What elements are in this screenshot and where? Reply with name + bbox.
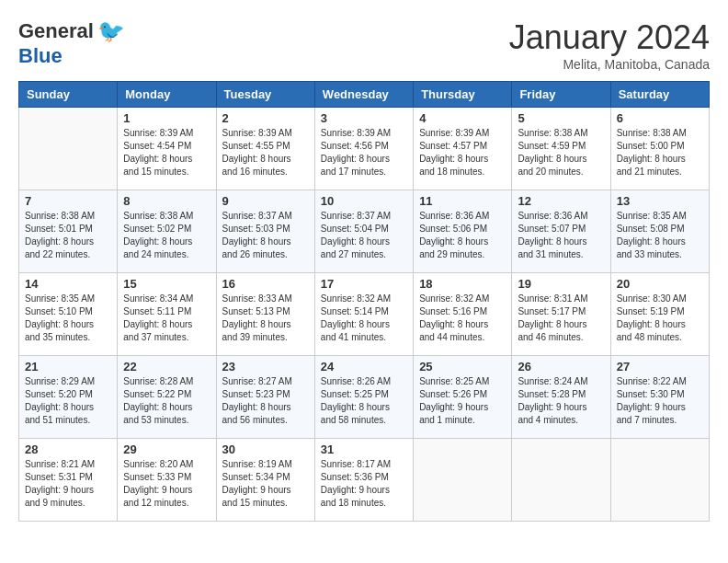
calendar-cell: 23Sunrise: 8:27 AM Sunset: 5:23 PM Dayli… — [216, 356, 314, 439]
month-title: January 2024 — [509, 18, 710, 57]
day-number: 19 — [518, 277, 604, 291]
day-info: Sunrise: 8:32 AM Sunset: 5:14 PM Dayligh… — [321, 293, 407, 344]
calendar-cell: 11Sunrise: 8:36 AM Sunset: 5:06 PM Dayli… — [414, 190, 512, 273]
day-info: Sunrise: 8:21 AM Sunset: 5:31 PM Dayligh… — [25, 458, 111, 510]
day-info: Sunrise: 8:39 AM Sunset: 4:55 PM Dayligh… — [222, 127, 309, 178]
calendar-cell: 24Sunrise: 8:26 AM Sunset: 5:25 PM Dayli… — [314, 356, 413, 439]
logo-general: General — [18, 19, 94, 43]
calendar-cell: 10Sunrise: 8:37 AM Sunset: 5:04 PM Dayli… — [314, 190, 413, 273]
calendar-cell: 8Sunrise: 8:38 AM Sunset: 5:02 PM Daylig… — [118, 190, 216, 273]
col-header-sunday: Sunday — [19, 82, 118, 108]
day-info: Sunrise: 8:39 AM Sunset: 4:54 PM Dayligh… — [123, 127, 210, 178]
day-number: 6 — [617, 111, 703, 125]
calendar-table: SundayMondayTuesdayWednesdayThursdayFrid… — [18, 81, 710, 522]
calendar-cell: 15Sunrise: 8:34 AM Sunset: 5:11 PM Dayli… — [118, 273, 216, 356]
day-number: 21 — [25, 360, 111, 373]
day-number: 24 — [321, 360, 407, 373]
calendar-cell: 26Sunrise: 8:24 AM Sunset: 5:28 PM Dayli… — [512, 356, 610, 439]
day-number: 5 — [518, 111, 604, 125]
day-number: 30 — [222, 442, 309, 456]
day-info: Sunrise: 8:32 AM Sunset: 5:16 PM Dayligh… — [419, 293, 506, 344]
day-info: Sunrise: 8:36 AM Sunset: 5:07 PM Dayligh… — [518, 210, 604, 261]
day-info: Sunrise: 8:31 AM Sunset: 5:17 PM Dayligh… — [518, 293, 604, 344]
location: Melita, Manitoba, Canada — [509, 57, 710, 72]
day-number: 29 — [123, 442, 210, 456]
day-info: Sunrise: 8:30 AM Sunset: 5:19 PM Dayligh… — [617, 293, 703, 344]
day-number: 26 — [518, 360, 604, 373]
calendar-cell — [610, 439, 709, 522]
day-number: 28 — [25, 442, 111, 456]
day-number: 1 — [123, 111, 210, 125]
day-number: 8 — [123, 194, 210, 208]
calendar-cell: 2Sunrise: 8:39 AM Sunset: 4:55 PM Daylig… — [216, 108, 314, 190]
day-number: 3 — [321, 111, 407, 125]
calendar-cell: 29Sunrise: 8:20 AM Sunset: 5:33 PM Dayli… — [118, 439, 216, 522]
day-info: Sunrise: 8:29 AM Sunset: 5:20 PM Dayligh… — [25, 375, 111, 427]
calendar-cell: 7Sunrise: 8:38 AM Sunset: 5:01 PM Daylig… — [19, 190, 118, 273]
calendar-cell: 27Sunrise: 8:22 AM Sunset: 5:30 PM Dayli… — [610, 356, 709, 439]
week-row-2: 7Sunrise: 8:38 AM Sunset: 5:01 PM Daylig… — [19, 190, 710, 273]
day-number: 17 — [321, 277, 407, 291]
calendar-cell: 18Sunrise: 8:32 AM Sunset: 5:16 PM Dayli… — [414, 273, 512, 356]
calendar-cell: 14Sunrise: 8:35 AM Sunset: 5:10 PM Dayli… — [19, 273, 118, 356]
day-info: Sunrise: 8:38 AM Sunset: 4:59 PM Dayligh… — [518, 127, 604, 178]
week-row-1: 1Sunrise: 8:39 AM Sunset: 4:54 PM Daylig… — [19, 108, 710, 190]
col-header-saturday: Saturday — [610, 82, 709, 108]
col-header-friday: Friday — [512, 82, 610, 108]
day-info: Sunrise: 8:38 AM Sunset: 5:02 PM Dayligh… — [123, 210, 210, 261]
day-info: Sunrise: 8:35 AM Sunset: 5:10 PM Dayligh… — [25, 293, 111, 344]
day-number: 2 — [222, 111, 309, 125]
calendar-cell: 16Sunrise: 8:33 AM Sunset: 5:13 PM Dayli… — [216, 273, 314, 356]
day-info: Sunrise: 8:20 AM Sunset: 5:33 PM Dayligh… — [123, 458, 210, 510]
day-number: 31 — [321, 442, 407, 456]
day-info: Sunrise: 8:35 AM Sunset: 5:08 PM Dayligh… — [617, 210, 703, 261]
day-info: Sunrise: 8:17 AM Sunset: 5:36 PM Dayligh… — [321, 458, 407, 510]
day-info: Sunrise: 8:38 AM Sunset: 5:01 PM Dayligh… — [25, 210, 111, 261]
day-info: Sunrise: 8:27 AM Sunset: 5:23 PM Dayligh… — [222, 375, 309, 427]
day-number: 12 — [518, 194, 604, 208]
calendar-cell: 22Sunrise: 8:28 AM Sunset: 5:22 PM Dayli… — [118, 356, 216, 439]
day-info: Sunrise: 8:38 AM Sunset: 5:00 PM Dayligh… — [617, 127, 703, 178]
calendar-cell: 13Sunrise: 8:35 AM Sunset: 5:08 PM Dayli… — [610, 190, 709, 273]
day-number: 14 — [25, 277, 111, 291]
col-header-monday: Monday — [118, 82, 216, 108]
calendar-cell: 20Sunrise: 8:30 AM Sunset: 5:19 PM Dayli… — [610, 273, 709, 356]
day-number: 27 — [617, 360, 703, 373]
col-header-wednesday: Wednesday — [314, 82, 413, 108]
calendar-cell: 25Sunrise: 8:25 AM Sunset: 5:26 PM Dayli… — [414, 356, 512, 439]
day-number: 25 — [419, 360, 506, 373]
calendar-cell: 4Sunrise: 8:39 AM Sunset: 4:57 PM Daylig… — [414, 108, 512, 190]
logo-bird-icon: 🐦 — [97, 18, 125, 44]
logo-blue: Blue — [18, 44, 63, 68]
calendar-cell — [512, 439, 610, 522]
day-number: 23 — [222, 360, 309, 373]
day-info: Sunrise: 8:37 AM Sunset: 5:04 PM Dayligh… — [321, 210, 407, 261]
day-number: 18 — [419, 277, 506, 291]
day-number: 15 — [123, 277, 210, 291]
calendar-cell: 12Sunrise: 8:36 AM Sunset: 5:07 PM Dayli… — [512, 190, 610, 273]
title-area: January 2024 Melita, Manitoba, Canada — [509, 18, 710, 72]
calendar-cell: 17Sunrise: 8:32 AM Sunset: 5:14 PM Dayli… — [314, 273, 413, 356]
day-info: Sunrise: 8:26 AM Sunset: 5:25 PM Dayligh… — [321, 375, 407, 427]
calendar-cell: 5Sunrise: 8:38 AM Sunset: 4:59 PM Daylig… — [512, 108, 610, 190]
header-row: SundayMondayTuesdayWednesdayThursdayFrid… — [19, 82, 710, 108]
day-info: Sunrise: 8:39 AM Sunset: 4:56 PM Dayligh… — [321, 127, 407, 178]
day-number: 20 — [617, 277, 703, 291]
day-info: Sunrise: 8:34 AM Sunset: 5:11 PM Dayligh… — [123, 293, 210, 344]
day-info: Sunrise: 8:25 AM Sunset: 5:26 PM Dayligh… — [419, 375, 506, 427]
day-info: Sunrise: 8:36 AM Sunset: 5:06 PM Dayligh… — [419, 210, 506, 261]
calendar-cell — [414, 439, 512, 522]
day-info: Sunrise: 8:19 AM Sunset: 5:34 PM Dayligh… — [222, 458, 309, 510]
col-header-thursday: Thursday — [414, 82, 512, 108]
day-info: Sunrise: 8:37 AM Sunset: 5:03 PM Dayligh… — [222, 210, 309, 261]
header: General 🐦 Blue January 2024 Melita, Mani… — [18, 18, 710, 72]
day-info: Sunrise: 8:39 AM Sunset: 4:57 PM Dayligh… — [419, 127, 506, 178]
day-number: 7 — [25, 194, 111, 208]
day-number: 22 — [123, 360, 210, 373]
calendar-cell — [19, 108, 118, 190]
calendar-cell: 1Sunrise: 8:39 AM Sunset: 4:54 PM Daylig… — [118, 108, 216, 190]
day-number: 16 — [222, 277, 309, 291]
day-number: 4 — [419, 111, 506, 125]
calendar-cell: 19Sunrise: 8:31 AM Sunset: 5:17 PM Dayli… — [512, 273, 610, 356]
col-header-tuesday: Tuesday — [216, 82, 314, 108]
